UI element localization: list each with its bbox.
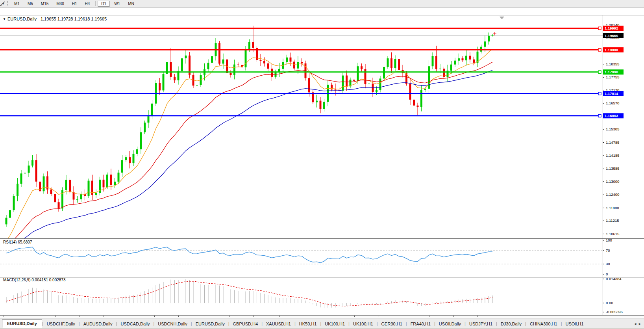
timeframe-buttons: M1M5M15M30H1H4D1W1MN [10,1,142,7]
rsi-tick-label: 100 [606,238,612,242]
tab-scroll-left-icon[interactable]: ◄ [633,322,638,326]
svg-text:1.19008: 1.19008 [605,48,618,52]
chart-tab-uk100-h1[interactable]: UK100,H1 [350,320,377,328]
macd-indicator-label: MACD(12,26,9) 0.004151 0.002873 [3,278,65,282]
candle [252,42,254,48]
shift-end-icon[interactable] [500,17,504,19]
candle [248,42,250,49]
candle [353,80,355,81]
candle [178,71,180,80]
candle [267,63,269,69]
candle [144,123,146,132]
chart-tab-audusd-daily[interactable]: AUDUSD,Daily [80,320,116,328]
price-tick-label: 1.17755 [606,75,619,79]
chart-tab-china300-h1[interactable]: CHINA300,H1 [526,320,561,328]
candle [435,56,437,69]
date-tick [29,316,29,317]
price-tick-label: 1.11800 [606,206,619,210]
price-tick-label: 1.16570 [606,101,619,105]
level-line-handle[interactable] [598,92,601,95]
rsi-indicator-label: RSI(14) 65.6807 [3,240,32,244]
tab-scroll-right-icon[interactable]: ► [638,322,643,326]
candle [286,58,288,62]
candle [462,58,464,60]
candle [417,106,419,107]
price-tick-label: 1.14185 [606,153,619,158]
chart-tab-uk100-h1[interactable]: UK100,H1 [321,320,348,328]
candle [372,84,374,92]
chart-tab-gbpusd-h4[interactable]: GBPUSD,H4 [229,320,262,328]
date-tick [477,316,478,317]
candle [293,62,295,69]
date-tick [328,316,328,317]
candle [323,102,325,109]
date-tick [4,316,4,317]
timeframe-button-m5[interactable]: M5 [24,1,37,7]
candle [136,149,138,154]
chart-tab-eurusd-daily[interactable]: EURUSD,Daily [2,320,42,328]
level-line-handle[interactable] [598,114,601,117]
chart-tab-usoil-h1[interactable]: USOil,H1 [562,320,587,328]
chart-tab-eurusd-daily[interactable]: EURUSD,Daily [192,320,228,328]
chart-tab-hk50-h1[interactable]: HK50,H1 [296,320,320,328]
candle [409,84,411,100]
candle [20,173,22,184]
timeframe-button-d1[interactable]: D1 [98,1,110,7]
candle [480,47,482,52]
candle [28,165,30,173]
candle [379,78,381,90]
rsi-tick-label: 70 [606,248,610,253]
draw-tool-button[interactable]: ▾ [0,0,6,7]
timeframe-button-m1[interactable]: M1 [11,1,23,7]
candle [196,85,198,86]
level-line-handle[interactable] [598,48,601,51]
candle [211,56,213,63]
chart-tab-xauusd-h1[interactable]: XAUUSD,H1 [263,320,294,328]
svg-text:1.19665: 1.19665 [605,33,618,38]
candle [387,58,389,67]
price-chart[interactable]: 1.201401.195551.189551.183551.177551.171… [0,15,644,238]
timeframe-button-m15[interactable]: M15 [37,1,52,7]
date-tick [453,316,454,317]
level-line-handle[interactable] [598,27,601,30]
candle [80,194,82,199]
candle [148,116,150,123]
candle [394,59,396,68]
timeframe-button-mn[interactable]: MN [124,1,138,7]
chart-tab-ger30-h1[interactable]: GER30,H1 [378,320,406,328]
ma-mid-line [6,62,492,238]
candle [390,58,392,68]
chart-tab-dj30-daily[interactable]: DJ30,Daily [497,320,525,328]
chart-window: 1.201401.195551.189551.183551.177551.171… [0,7,644,318]
date-tick [80,316,80,317]
timeframe-button-m30[interactable]: M30 [53,1,67,7]
macd-pane[interactable]: 0.0143840.00-0.005396 [0,276,644,315]
rsi-pane[interactable]: 10070300 [0,238,644,276]
macd-tick-label: 0.00 [606,301,613,305]
candle [365,69,366,84]
candle [174,77,176,80]
chart-tab-usdcnh-daily[interactable]: USDCNH,Daily [154,320,191,328]
candle [473,59,475,63]
chart-dropdown-icon[interactable]: ▼ [3,17,6,21]
chart-tab-usdjpy-h1[interactable]: USDJPY,H1 [466,320,496,328]
timeframe-button-h1[interactable]: H1 [68,1,81,7]
chart-tab-usoil-daily[interactable]: USOil,Daily [435,320,464,328]
price-tick-label: 1.15385 [606,127,619,131]
chart-tab-fra40-h1[interactable]: FRA40,H1 [407,320,434,328]
timeframe-button-h4[interactable]: H4 [81,1,94,7]
chart-tab-usdchf-daily[interactable]: USDCHF,Daily [43,320,79,328]
level-line-handle[interactable] [598,71,601,73]
candle [99,180,101,193]
timeframe-button-w1[interactable]: W1 [111,1,124,7]
candle [454,61,456,65]
date-tick [130,316,130,317]
candle [271,69,273,77]
tab-scroll-arrows: ◄► [633,322,643,326]
date-tick [104,316,104,317]
candle [342,76,344,91]
candle [65,180,67,190]
candle [432,56,434,66]
chart-tab-usdcad-daily[interactable]: USDCAD,Daily [117,320,153,328]
candle [114,182,116,185]
